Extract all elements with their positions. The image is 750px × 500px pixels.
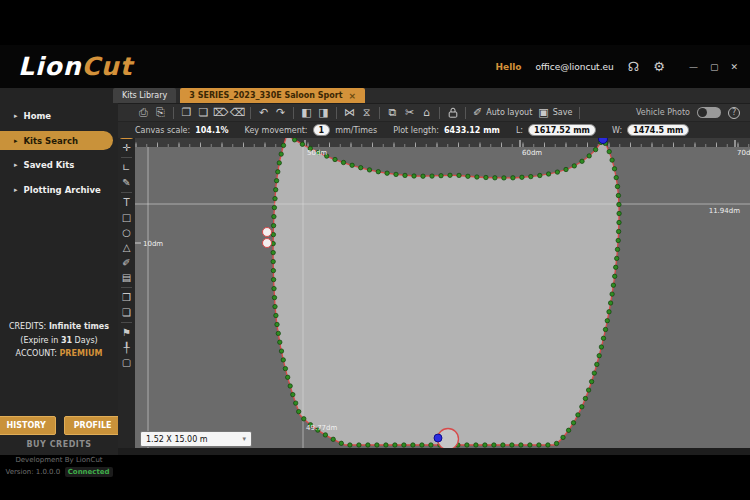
help-icon[interactable]: ? [728,107,740,119]
sidebar-item-saved-kits[interactable]: ▸Saved Kits [0,155,118,175]
canvas-graphics: 50dm60dm70d49.77dm11.94dm10dm [135,138,750,448]
export-file-icon[interactable]: ⎘ [152,105,169,120]
width-input[interactable]: 1474.5 mm [627,124,689,136]
edge-node [457,173,461,177]
canvas-label: 60dm [522,149,542,157]
edge-node [384,443,388,447]
edge-node [331,437,335,441]
redo-icon[interactable]: ↷ [272,105,289,120]
canvas-scale-value: 104.1% [195,126,228,135]
palette-divider [121,157,132,158]
edge-node [288,384,292,388]
tab-close-icon[interactable]: × [349,91,357,101]
pen-tool[interactable]: ✎ [119,175,134,189]
marquee-tool[interactable]: ▢ [119,355,134,369]
flag-tool[interactable]: ⚑ [119,325,134,339]
knife-icon[interactable]: ✂ [401,105,418,120]
tab-kits-library[interactable]: Kits Library [113,88,176,103]
edge-node [297,409,301,413]
vehicle-photo-toggle[interactable] [697,107,721,118]
status-strip [118,448,750,455]
ellipse-tool[interactable]: ○ [119,225,134,239]
lock-icon[interactable] [444,105,461,120]
edge-node [292,138,296,142]
duplicate-tool[interactable]: ❐ [119,290,134,304]
length-input[interactable]: 1617.52 mm [528,124,596,136]
eraser-icon[interactable]: ⌫ [229,105,246,120]
text-tool[interactable]: T [119,195,134,209]
paste-in-place-tool[interactable]: ❏ [119,305,134,319]
edge-node [483,443,487,447]
edge-node [279,349,283,353]
edge-node [278,340,282,344]
edge-node [281,358,285,362]
account-email[interactable]: office@lioncut.eu [536,62,614,72]
version-line: Version: 1.0.0.0 Connected [0,468,118,476]
edge-node [538,173,542,177]
node-edit-tool[interactable]: ✐ [119,255,134,269]
measure-tool[interactable]: ╀ [119,340,134,354]
logo-lion-text: Lion [18,52,81,81]
tab-open-kit[interactable]: 3 SERIES_2023_330E Saloon Sport× [180,88,365,103]
image-tool[interactable]: ▤ [119,270,134,284]
close-button[interactable]: ✕ [730,62,738,72]
edge-node [607,310,611,314]
edge-node [610,292,614,296]
minimize-button[interactable]: — [689,62,698,72]
mirror-horizontal-icon[interactable]: ⋈ [341,105,358,120]
buy-credits-link[interactable]: BUY CREDITS [0,440,118,449]
settings-gear-icon[interactable]: ⚙ [653,59,665,74]
undo-icon[interactable]: ↶ [255,105,272,120]
flip-horizontal-icon[interactable]: ◧ [298,105,315,120]
maximize-button[interactable]: ▢ [710,62,719,72]
title-bar: LionCut Hello office@lioncut.eu ☊ ⚙ — ▢ … [0,45,750,88]
mirror-vertical-icon[interactable]: ⧖ [358,105,375,120]
edge-node [291,392,295,396]
selected-node [263,228,272,237]
edge-node [281,143,285,147]
delete-icon[interactable]: ⌦ [212,105,229,120]
edge-node [586,388,590,392]
key-movement-input[interactable]: 1 [313,124,331,136]
shape-icon[interactable]: ⌂ [418,105,435,120]
edge-node [615,247,619,251]
tool-palette: ↖✛∟✎T□○△✐▤❐❏⚑╀▢ [118,88,135,448]
paste-icon[interactable]: ❏ [195,105,212,120]
history-button[interactable]: HISTORY [0,416,56,435]
pan-tool[interactable]: ✛ [119,140,134,154]
edge-node [339,441,343,445]
edge-node [359,166,363,170]
edge-node [439,174,443,178]
rectangle-tool[interactable]: □ [119,210,134,224]
edge-node [272,205,276,209]
account-line: ACCOUNT: PREMIUM [0,347,118,361]
sidebar-item-kits-search[interactable]: ▸Kits Search [0,131,113,150]
edge-node [616,193,620,197]
design-canvas[interactable]: 50dm60dm70d49.77dm11.94dm10dm [135,138,750,448]
tab-label: 3 SERIES_2023_330E Saloon Sport [189,91,342,100]
transform-icon[interactable]: ⧉ [384,105,401,120]
edge-node [597,354,601,358]
save-button[interactable]: ▣ Save [535,105,575,120]
material-size-select[interactable]: 1.52 X 15.00 m ▾ [140,431,252,447]
edge-node [614,265,618,269]
edge-node [566,428,570,432]
edge-node [429,443,433,447]
triangle-tool[interactable]: △ [119,240,134,254]
polyline-tool[interactable]: ∟ [119,160,134,174]
edge-node [367,168,371,172]
edge-node [615,184,619,188]
auto-layout-button[interactable]: ✐ Auto layout [470,105,535,120]
edge-node [421,174,425,178]
connection-status-badge: Connected [65,467,113,477]
copy-icon[interactable]: ❐ [178,105,195,120]
edge-node [580,405,584,409]
edge-node [276,170,280,174]
sidebar-item-plotting-archive[interactable]: ▸Plotting Archive [0,180,118,200]
support-headset-icon[interactable]: ☊ [628,59,640,74]
print-icon[interactable]: ⎙ [135,105,152,120]
sidebar-item-home[interactable]: ▸Home [0,106,118,126]
flip-vertical-icon[interactable]: ◨ [315,105,332,120]
edge-node [580,159,584,163]
profile-button[interactable]: PROFILE [64,416,122,435]
